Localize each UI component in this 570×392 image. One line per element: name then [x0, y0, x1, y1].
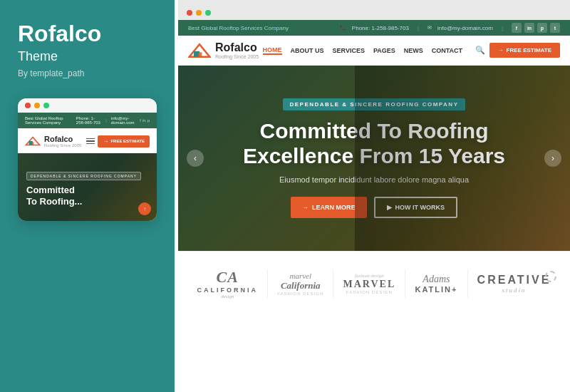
brand-divider-2	[333, 269, 333, 298]
hero-next-button[interactable]: ›	[544, 150, 561, 167]
svg-rect-5	[198, 52, 202, 56]
hero-roof-overlay	[355, 66, 571, 251]
twitter-icon[interactable]: t	[550, 23, 560, 33]
brands-bar: CA CALIFORNIA design marvel California F…	[178, 251, 570, 315]
nav-pages[interactable]: PAGES	[373, 47, 395, 54]
brand-creative-main: CREATIVE	[477, 274, 551, 287]
browser-chrome	[178, 0, 570, 20]
site-nav: Rofalco Roofing Since 2005 HOME ABOUT US…	[178, 36, 570, 66]
site-email-icon: ✉	[428, 25, 432, 31]
brand-marvel-main: MARVEL	[343, 279, 396, 290]
brand-divider-1	[267, 269, 268, 298]
site-phone: Phone: 1-258-985-703	[352, 25, 409, 31]
theme-author: By template_path	[18, 68, 157, 78]
nav-cta-button[interactable]: → FREE ESTIMATE	[489, 43, 560, 58]
mobile-scroll-button[interactable]: ↑	[138, 202, 151, 215]
browser-dot-red	[187, 10, 192, 16]
search-icon[interactable]: 🔍	[475, 46, 485, 55]
mobile-mockup: Best Global Rooftop Services Company Pho…	[18, 98, 157, 221]
site-top-bar: Best Global Rooftop Services Company 📞 P…	[178, 20, 570, 36]
mobile-cta-button[interactable]: → FREE ESTIMATE	[98, 135, 150, 148]
brand-adams-main: Adams	[423, 274, 450, 285]
pinterest-icon[interactable]: p	[537, 23, 547, 33]
site-email: info@my-domain.com	[437, 25, 493, 31]
brand-adams: Adams KATLIN+	[415, 274, 457, 294]
dot-red	[25, 103, 31, 108]
brand-marvel: fashion design MARVEL FASHION DESIGN	[343, 273, 396, 294]
mobile-logo-text: Rofalco Roofing Since 2005	[44, 135, 81, 148]
brand-creative: CREATIVE studio	[477, 274, 551, 294]
brand-creative-sub: studio	[502, 287, 526, 294]
dot-yellow	[34, 103, 40, 108]
mobile-top-bar	[18, 98, 157, 113]
linkedin-icon[interactable]: in	[524, 23, 534, 33]
brand-california-sub: design	[221, 294, 234, 299]
mobile-logo-area: Rofalco Roofing Since 2005	[25, 134, 81, 148]
site-top-bar-right: 📞 Phone: 1-258-985-703 | ✉ info@my-domai…	[340, 23, 560, 33]
browser-dot-green	[205, 10, 211, 16]
hero-learn-more-arrow: →	[302, 204, 309, 211]
brand-california-symbol: CA	[217, 268, 239, 287]
right-panel: Best Global Rooftop Services Company 📞 P…	[178, 0, 570, 392]
dot-green	[43, 103, 49, 108]
nav-contact[interactable]: CONTACT	[432, 47, 462, 54]
brand-california-name: CALIFORNIA	[197, 287, 259, 294]
left-panel: Rofalco Theme By template_path Best Glob…	[0, 0, 175, 392]
mobile-top-text: Best Global Rooftop Services Company	[25, 116, 76, 125]
site-phone-icon: 📞	[340, 25, 346, 31]
site-logo-area: Rofalco Roofing Since 2005	[188, 41, 259, 61]
mobile-hamburger-icon[interactable]	[86, 138, 95, 145]
theme-subtitle: Theme	[18, 49, 157, 64]
site-nav-links: HOME ABOUT US SERVICES PAGES NEWS CONTAC…	[263, 46, 486, 55]
brand-divider-3	[405, 269, 405, 298]
nav-home[interactable]: HOME	[263, 46, 282, 55]
brand-marvel-california-main: California	[281, 280, 321, 292]
mobile-hero-title: CommittedTo Roofing...	[26, 185, 148, 207]
svg-rect-2	[32, 143, 34, 145]
brand-marvel-top: fashion design	[355, 273, 384, 279]
brand-marvel-california: marvel California FASHION DESIGN	[277, 272, 323, 296]
brand-adams-sub: KATLIN+	[415, 285, 457, 294]
nav-news[interactable]: NEWS	[404, 47, 423, 54]
mobile-logo-nav: Rofalco Roofing Since 2005 → FREE ESTIMA…	[18, 128, 157, 153]
mobile-header-bar: Best Global Rooftop Services Company Pho…	[18, 113, 157, 128]
brand-california: CA CALIFORNIA design	[197, 268, 259, 299]
brand-divider-4	[467, 269, 468, 298]
brand-marvel-california-top: marvel	[290, 272, 312, 280]
facebook-icon[interactable]: f	[512, 23, 522, 33]
nav-cta-label: FREE ESTIMATE	[507, 47, 551, 53]
mobile-phone: Phone: 1-258-985-703	[76, 116, 101, 125]
mobile-email: info@my-domain.com	[111, 116, 135, 125]
site-social-links: f in p t	[512, 23, 560, 33]
theme-title: Rofalco	[18, 21, 157, 46]
browser-dot-yellow	[196, 10, 202, 16]
nav-cta-arrow: →	[498, 47, 504, 53]
brand-marvel-california-sub: FASHION DESIGN	[277, 292, 323, 296]
mobile-hero: DEPENDABLE & SINCERE ROOFING COMPANY Com…	[18, 153, 157, 221]
site-logo-icon	[188, 41, 211, 61]
nav-about[interactable]: ABOUT US	[291, 47, 324, 54]
site-hero: ‹ › DEPENDABLE & SINCERE ROOFING COMPANY…	[178, 66, 570, 251]
site-logo-text: Rofalco Roofing Since 2005	[215, 41, 259, 59]
mobile-logo-icon	[25, 134, 41, 148]
site-top-bar-company: Best Global Rooftop Services Company	[188, 25, 289, 31]
hero-prev-button[interactable]: ‹	[187, 150, 204, 167]
nav-services[interactable]: SERVICES	[333, 47, 365, 54]
mobile-hero-tag: DEPENDABLE & SINCERE ROOFING COMPANY	[26, 172, 141, 180]
brand-marvel-sub: FASHION DESIGN	[346, 290, 393, 294]
